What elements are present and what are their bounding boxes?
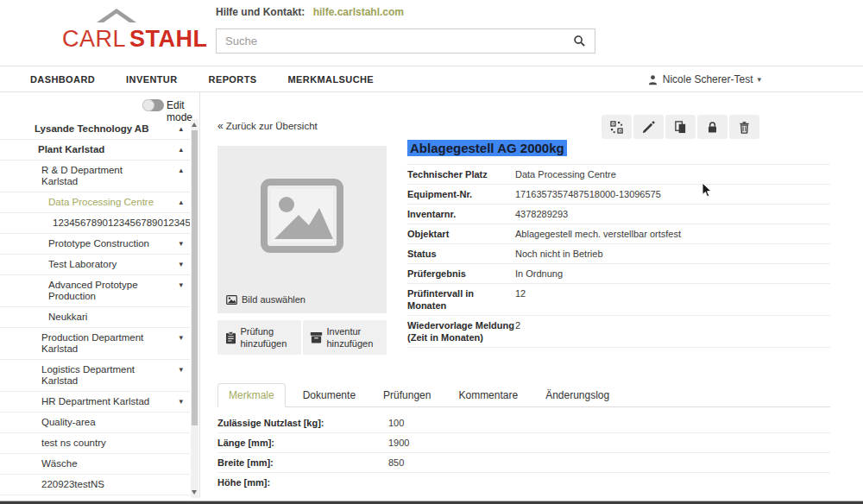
edit-mode-row: Edit mode (0, 97, 199, 116)
detail-value: Noch nicht in Betrieb (515, 248, 830, 260)
carl-stahl-logo[interactable]: CARLSTAHL (52, 7, 181, 60)
add-inspection-label: Prüfung hinzufügen (241, 325, 294, 350)
archive-icon (310, 331, 323, 343)
lock-icon (706, 121, 719, 134)
tree-item[interactable]: 1234567890123456789012345678 (0, 213, 190, 234)
tab[interactable]: Kommentare (448, 384, 528, 406)
page-title-selected-text: Ablagegestell AG 2000kg (407, 140, 567, 156)
characteristic-label: Zulässige Nutzlast [kg]: (217, 417, 388, 429)
tree-caret-icon[interactable]: ▾ (179, 280, 183, 291)
tree-caret-icon[interactable]: ▾ (179, 332, 183, 343)
detail-label: Prüfintervall in Monaten (407, 287, 515, 312)
tree-item[interactable]: 220923testNS (0, 475, 190, 495)
detail-label: Equipment-Nr. (407, 188, 515, 200)
tree-item[interactable]: Quality-area (0, 413, 190, 433)
image-placeholder: Bild auswählen (217, 146, 387, 313)
tree-item-label: Prototype Construction (48, 238, 149, 249)
back-link[interactable]: «Zurück zur Übersicht (217, 120, 318, 132)
user-menu[interactable]: Nicole Scherer-Test ▾ (647, 66, 761, 92)
characteristic-value: 1900 (388, 437, 830, 449)
tree-item-label: 1234567890123456789012345678 (53, 217, 190, 228)
tree-item[interactable]: Plant Karlstad ▴ (0, 140, 190, 161)
search-input[interactable] (217, 35, 564, 47)
user-name: Nicole Scherer-Test (663, 73, 753, 85)
copy-icon (674, 121, 687, 134)
detail-label: Objektart (407, 228, 515, 240)
scroll-down-icon[interactable] (192, 490, 197, 495)
tree-caret-icon[interactable]: ▾ (179, 364, 183, 375)
logo-carl: CARL (62, 26, 126, 52)
tab[interactable]: Prüfungen (373, 384, 441, 406)
tree-item-label: Test Laboratory (48, 259, 117, 269)
back-link-label: Zurück zur Übersicht (226, 121, 318, 131)
tree-item[interactable]: Advanced Prototype Production ▾ (0, 275, 190, 307)
nav-item[interactable]: MERKMALSUCHE (288, 74, 375, 85)
add-inventory-button[interactable]: Inventur hinzufügen (303, 320, 387, 355)
select-image-label: Bild auswählen (242, 294, 306, 305)
detail-value: 2 (515, 319, 830, 343)
scrollbar-thumb[interactable] (192, 130, 198, 425)
search-box (216, 28, 595, 54)
nav-item[interactable]: INVENTUR (126, 74, 177, 85)
lock-button[interactable] (697, 115, 728, 139)
help-link[interactable]: hilfe.carlstahl.com (313, 6, 404, 18)
qr-code-button[interactable] (602, 115, 632, 139)
select-image-button[interactable]: Bild auswählen (226, 294, 306, 305)
tree-item[interactable]: Production Department Karlstad ▾ (0, 328, 190, 360)
content: «Zurück zur Übersicht (200, 92, 863, 498)
tree-item[interactable]: Team Nicole R&D Department Karlstad (0, 495, 190, 498)
tree-item-label: Lysande Technology AB (35, 123, 148, 134)
tree-item[interactable]: Logistics Department Karlstad ▾ (0, 360, 190, 392)
edit-mode-toggle[interactable] (142, 99, 164, 111)
detail-row: Prüfintervall in Monaten 12 (407, 284, 830, 316)
characteristic-row: Länge [mm]: 1900 (217, 433, 830, 453)
logo-stahl: STAHL (129, 26, 208, 52)
nav-items: DASHBOARD INVENTUR REPORTS MERKMALSUCHE (30, 66, 405, 92)
detail-row: Equipment-Nr. 1716357357487518000-130965… (407, 185, 830, 205)
detail-row: Prüfergebnis In Ordnung (407, 264, 830, 284)
scroll-up-icon[interactable] (192, 123, 197, 127)
tree-item[interactable]: Lysande Technology AB ▴ (0, 119, 190, 140)
org-tree: Lysande Technology AB ▴ Plant Karlstad ▴… (0, 119, 190, 498)
search-button[interactable] (564, 29, 595, 53)
copy-button[interactable] (665, 115, 696, 139)
tree-item[interactable]: Wäsche (0, 454, 190, 475)
tree-caret-icon[interactable]: ▾ (179, 238, 183, 249)
tree-caret-icon[interactable]: ▾ (179, 396, 183, 407)
tree-item[interactable]: R & D Department Karlstad ▴ (0, 161, 190, 192)
tree-item[interactable]: Test Laboratory ▾ (0, 255, 190, 275)
tab[interactable]: Änderungslog (535, 384, 620, 406)
qr-code-icon (610, 121, 623, 134)
characteristic-row: Zulässige Nutzlast [kg]: 100 (217, 413, 830, 433)
tree-item[interactable]: HR Department Karlstad ▾ (0, 392, 190, 413)
tree-caret-icon[interactable]: ▴ (179, 197, 183, 208)
detail-row: Wiedervorlage Meldung (Zeit in Monaten) … (407, 316, 830, 348)
delete-button[interactable] (729, 115, 759, 139)
tree-caret-icon[interactable]: ▴ (179, 144, 183, 155)
sidebar-scrollbar[interactable] (191, 119, 198, 498)
detail-row: Objektart Ablagegestell mech. verstellba… (407, 224, 830, 244)
tree-item[interactable]: Data Processing Centre ▴ (0, 192, 190, 213)
tree-caret-icon[interactable]: ▴ (179, 123, 183, 135)
add-inspection-button[interactable]: Prüfung hinzufügen (217, 320, 301, 355)
detail-label: Prüfergebnis (407, 268, 515, 280)
help-contact: Hilfe und Kontakt: hilfe.carlstahl.com (216, 6, 404, 18)
tree-item[interactable]: test ns country (0, 433, 190, 454)
tree-caret-icon[interactable]: ▾ (179, 259, 183, 270)
details-table: Technischer Platz Data Processing Centre… (407, 164, 830, 348)
detail-row: Technischer Platz Data Processing Centre (407, 165, 830, 185)
tree-item-label: Logistics Department Karlstad (41, 364, 135, 386)
tree-caret-icon[interactable]: ▴ (179, 165, 183, 176)
characteristic-row: Breite [mm]: 850 (217, 453, 830, 473)
select-image-icon (226, 295, 237, 305)
nav-item[interactable]: REPORTS (209, 74, 257, 85)
tab[interactable]: Merkmale (217, 383, 286, 407)
user-caret-icon: ▾ (757, 75, 761, 84)
tree-item[interactable]: Neukkari (0, 307, 190, 328)
tree-item[interactable]: Prototype Construction ▾ (0, 234, 190, 255)
detail-value: 12 (515, 287, 830, 312)
nav-item[interactable]: DASHBOARD (30, 74, 95, 85)
tab[interactable]: Dokumente (293, 384, 366, 406)
edit-button[interactable] (633, 115, 664, 139)
detail-label: Technischer Platz (407, 168, 515, 180)
